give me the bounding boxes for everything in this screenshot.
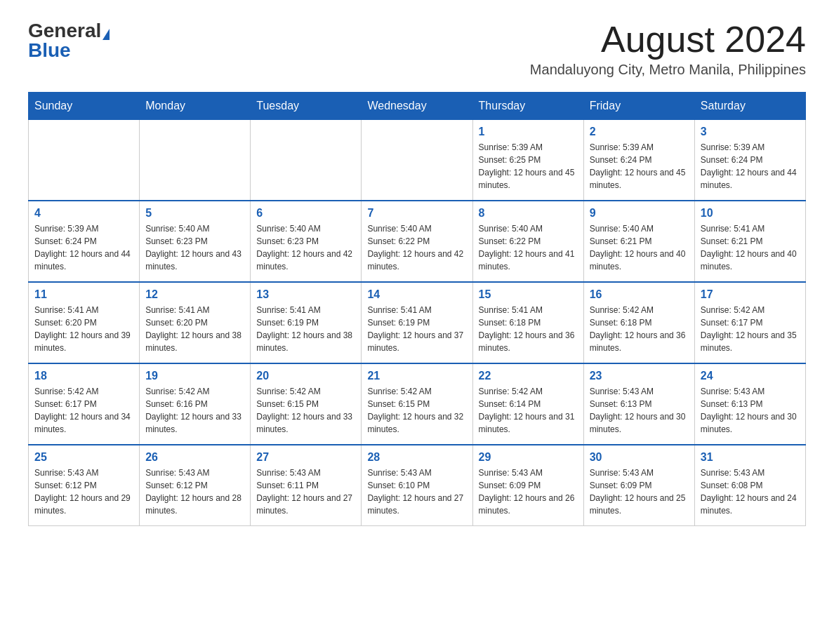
day-info: Sunrise: 5:42 AM Sunset: 6:15 PM Dayligh…: [367, 385, 466, 436]
day-info: Sunrise: 5:40 AM Sunset: 6:22 PM Dayligh…: [367, 222, 466, 273]
day-number: 27: [256, 451, 355, 464]
day-info: Sunrise: 5:43 AM Sunset: 6:13 PM Dayligh…: [701, 385, 800, 436]
day-info: Sunrise: 5:41 AM Sunset: 6:19 PM Dayligh…: [256, 304, 355, 354]
day-info: Sunrise: 5:43 AM Sunset: 6:08 PM Dayligh…: [701, 467, 800, 517]
day-number: 31: [701, 451, 800, 464]
day-number: 11: [34, 288, 133, 301]
logo-text: General: [28, 21, 110, 41]
day-number: 25: [34, 451, 133, 464]
calendar-cell: [251, 120, 362, 201]
calendar-cell: 28Sunrise: 5:43 AM Sunset: 6:10 PM Dayli…: [362, 445, 472, 526]
day-number: 3: [701, 126, 800, 138]
calendar-cell: [140, 120, 251, 201]
day-info: Sunrise: 5:41 AM Sunset: 6:20 PM Dayligh…: [145, 304, 244, 354]
day-number: 7: [367, 207, 466, 220]
day-info: Sunrise: 5:42 AM Sunset: 6:16 PM Dayligh…: [145, 385, 244, 436]
calendar-cell: 18Sunrise: 5:42 AM Sunset: 6:17 PM Dayli…: [29, 363, 140, 445]
month-title: August 2024: [530, 21, 806, 58]
day-info: Sunrise: 5:42 AM Sunset: 6:15 PM Dayligh…: [256, 385, 355, 436]
calendar-header-saturday: Saturday: [694, 93, 805, 120]
day-info: Sunrise: 5:43 AM Sunset: 6:12 PM Dayligh…: [145, 467, 244, 517]
day-number: 10: [701, 207, 800, 220]
logo-general: General: [28, 20, 101, 41]
calendar-cell: 13Sunrise: 5:41 AM Sunset: 6:19 PM Dayli…: [251, 282, 362, 363]
calendar-cell: 23Sunrise: 5:43 AM Sunset: 6:13 PM Dayli…: [583, 363, 694, 445]
calendar-cell: 10Sunrise: 5:41 AM Sunset: 6:21 PM Dayli…: [694, 201, 805, 282]
calendar-header-sunday: Sunday: [29, 93, 140, 120]
day-number: 29: [479, 451, 578, 464]
day-number: 30: [590, 451, 689, 464]
location-subtitle: Mandaluyong City, Metro Manila, Philippi…: [530, 62, 806, 78]
calendar-cell: 11Sunrise: 5:41 AM Sunset: 6:20 PM Dayli…: [29, 282, 140, 363]
day-info: Sunrise: 5:41 AM Sunset: 6:20 PM Dayligh…: [34, 304, 133, 354]
day-info: Sunrise: 5:39 AM Sunset: 6:24 PM Dayligh…: [701, 141, 800, 192]
day-number: 1: [479, 126, 578, 138]
day-number: 5: [145, 207, 244, 220]
day-info: Sunrise: 5:43 AM Sunset: 6:13 PM Dayligh…: [590, 385, 689, 436]
calendar-cell: 7Sunrise: 5:40 AM Sunset: 6:22 PM Daylig…: [362, 201, 472, 282]
calendar-cell: 14Sunrise: 5:41 AM Sunset: 6:19 PM Dayli…: [362, 282, 472, 363]
day-number: 22: [479, 370, 578, 382]
calendar-cell: 29Sunrise: 5:43 AM Sunset: 6:09 PM Dayli…: [472, 445, 583, 526]
calendar-week-row: 1Sunrise: 5:39 AM Sunset: 6:25 PM Daylig…: [29, 120, 806, 201]
day-info: Sunrise: 5:41 AM Sunset: 6:21 PM Dayligh…: [701, 222, 800, 273]
day-number: 20: [256, 370, 355, 382]
day-number: 18: [34, 370, 133, 382]
day-info: Sunrise: 5:41 AM Sunset: 6:18 PM Dayligh…: [479, 304, 578, 354]
day-info: Sunrise: 5:40 AM Sunset: 6:23 PM Dayligh…: [145, 222, 244, 273]
logo-blue: Blue: [28, 41, 71, 60]
calendar-cell: 3Sunrise: 5:39 AM Sunset: 6:24 PM Daylig…: [694, 120, 805, 201]
day-info: Sunrise: 5:42 AM Sunset: 6:18 PM Dayligh…: [590, 304, 689, 354]
day-number: 2: [590, 126, 689, 138]
calendar-cell: 21Sunrise: 5:42 AM Sunset: 6:15 PM Dayli…: [362, 363, 472, 445]
day-info: Sunrise: 5:42 AM Sunset: 6:14 PM Dayligh…: [479, 385, 578, 436]
page-header: General Blue August 2024 Mandaluyong Cit…: [28, 21, 806, 78]
day-number: 15: [479, 288, 578, 301]
calendar-cell: 2Sunrise: 5:39 AM Sunset: 6:24 PM Daylig…: [583, 120, 694, 201]
calendar-cell: 16Sunrise: 5:42 AM Sunset: 6:18 PM Dayli…: [583, 282, 694, 363]
day-number: 24: [701, 370, 800, 382]
day-info: Sunrise: 5:43 AM Sunset: 6:12 PM Dayligh…: [34, 467, 133, 517]
day-number: 16: [590, 288, 689, 301]
calendar-cell: 31Sunrise: 5:43 AM Sunset: 6:08 PM Dayli…: [694, 445, 805, 526]
calendar-cell: 27Sunrise: 5:43 AM Sunset: 6:11 PM Dayli…: [251, 445, 362, 526]
calendar-week-row: 18Sunrise: 5:42 AM Sunset: 6:17 PM Dayli…: [29, 363, 806, 445]
day-number: 14: [367, 288, 466, 301]
calendar-cell: 6Sunrise: 5:40 AM Sunset: 6:23 PM Daylig…: [251, 201, 362, 282]
calendar-cell: 17Sunrise: 5:42 AM Sunset: 6:17 PM Dayli…: [694, 282, 805, 363]
calendar-header-thursday: Thursday: [472, 93, 583, 120]
calendar-header-monday: Monday: [140, 93, 251, 120]
day-info: Sunrise: 5:39 AM Sunset: 6:25 PM Dayligh…: [479, 141, 578, 192]
calendar-header-friday: Friday: [583, 93, 694, 120]
day-info: Sunrise: 5:43 AM Sunset: 6:11 PM Dayligh…: [256, 467, 355, 517]
day-number: 9: [590, 207, 689, 220]
day-number: 19: [145, 370, 244, 382]
day-number: 23: [590, 370, 689, 382]
calendar-week-row: 4Sunrise: 5:39 AM Sunset: 6:24 PM Daylig…: [29, 201, 806, 282]
logo-triangle-icon: [102, 29, 110, 40]
logo: General Blue: [28, 21, 110, 60]
day-info: Sunrise: 5:43 AM Sunset: 6:09 PM Dayligh…: [590, 467, 689, 517]
calendar-cell: 12Sunrise: 5:41 AM Sunset: 6:20 PM Dayli…: [140, 282, 251, 363]
day-info: Sunrise: 5:39 AM Sunset: 6:24 PM Dayligh…: [590, 141, 689, 192]
day-info: Sunrise: 5:40 AM Sunset: 6:21 PM Dayligh…: [590, 222, 689, 273]
calendar-cell: 4Sunrise: 5:39 AM Sunset: 6:24 PM Daylig…: [29, 201, 140, 282]
calendar-cell: [362, 120, 472, 201]
day-info: Sunrise: 5:43 AM Sunset: 6:09 PM Dayligh…: [479, 467, 578, 517]
day-number: 13: [256, 288, 355, 301]
calendar-header-tuesday: Tuesday: [251, 93, 362, 120]
calendar-cell: 25Sunrise: 5:43 AM Sunset: 6:12 PM Dayli…: [29, 445, 140, 526]
calendar-cell: 22Sunrise: 5:42 AM Sunset: 6:14 PM Dayli…: [472, 363, 583, 445]
day-info: Sunrise: 5:39 AM Sunset: 6:24 PM Dayligh…: [34, 222, 133, 273]
calendar-cell: 1Sunrise: 5:39 AM Sunset: 6:25 PM Daylig…: [472, 120, 583, 201]
title-block: August 2024 Mandaluyong City, Metro Mani…: [530, 21, 806, 78]
calendar-cell: 30Sunrise: 5:43 AM Sunset: 6:09 PM Dayli…: [583, 445, 694, 526]
calendar-cell: 15Sunrise: 5:41 AM Sunset: 6:18 PM Dayli…: [472, 282, 583, 363]
calendar-cell: 9Sunrise: 5:40 AM Sunset: 6:21 PM Daylig…: [583, 201, 694, 282]
calendar-header-row: SundayMondayTuesdayWednesdayThursdayFrid…: [29, 93, 806, 120]
day-number: 21: [367, 370, 466, 382]
calendar-header-wednesday: Wednesday: [362, 93, 472, 120]
day-number: 6: [256, 207, 355, 220]
day-number: 28: [367, 451, 466, 464]
day-number: 17: [701, 288, 800, 301]
